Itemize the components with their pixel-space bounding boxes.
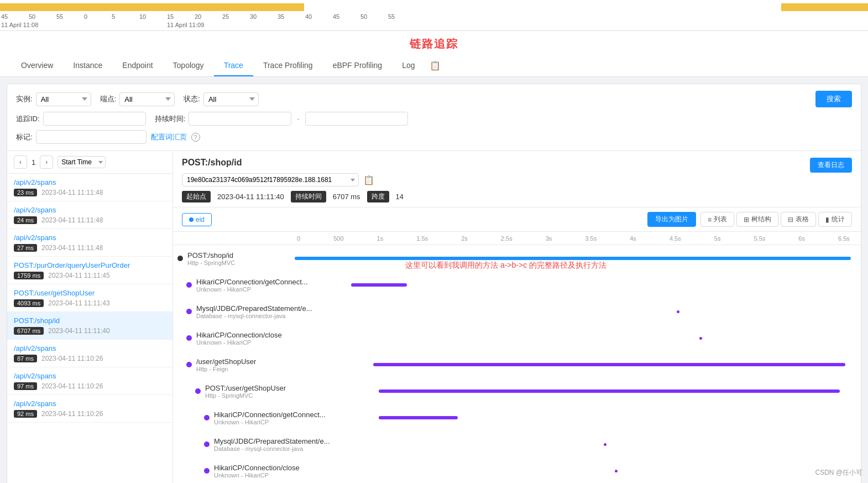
span-dot-0 (177, 256, 183, 261)
trace-item-2[interactable]: /api/v2/spans 27 ms 2023-04-11 11:11:48 (7, 229, 172, 257)
ruler-ticks: 0 500 1s 1.5s 2s 2.5s 3s 3.5s 4s 4.5s 5s… (295, 235, 852, 242)
trace-item-4[interactable]: POST:/user/getShopUser 4093 ms 2023-04-1… (7, 284, 172, 312)
tab-ebpf-profiling[interactable]: eBPF Profiling (323, 55, 392, 76)
eid-button[interactable]: eid (182, 213, 212, 226)
span-row-5[interactable]: POST:/user/getShopUser Http - SpringMVC (173, 378, 861, 404)
tick-45b: 45 (332, 13, 359, 20)
tab-trace[interactable]: Trace (214, 55, 253, 76)
span-info-1: HikariCP/Connection/getConnect... Unknow… (196, 278, 308, 293)
trace-id-select[interactable]: 19e80ca231374c069a9512f17895928e.188.168… (182, 173, 359, 186)
traceid-input[interactable] (43, 112, 146, 126)
table-icon: ⊟ (788, 216, 793, 224)
span-row-3[interactable]: HikariCP/Connection/close Unknown - Hika… (173, 325, 861, 351)
timeline-dates: 11 April 11:08 11 April 11:09 (0, 21, 868, 30)
sort-select[interactable]: Start Time (57, 156, 106, 168)
span-row-0[interactable]: POST:/shop/id Http - SpringMVC (173, 245, 861, 272)
trace-item-0[interactable]: /api/v2/spans 23 ms 2023-04-11 11:11:48 (7, 174, 172, 201)
span-row-1[interactable]: HikariCP/Connection/getConnect... Unknow… (173, 272, 861, 298)
instance-select[interactable]: All (36, 92, 91, 106)
timeline-numbers: 45 50 55 0 5 10 15 20 25 30 35 40 45 50 … (0, 12, 868, 21)
status-label: 状态: (184, 94, 200, 104)
trace-item-8[interactable]: /api/v2/spans 92 ms 2023-04-11 11:10:26 (7, 395, 172, 423)
tag-input[interactable] (36, 130, 147, 144)
view-table-button[interactable]: ⊟ 表格 (781, 212, 816, 227)
instance-label: 实例: (16, 94, 33, 104)
config-link[interactable]: 配置词汇页 (151, 132, 187, 142)
date1: 11 April 11:08 (0, 22, 166, 28)
duration-label: 持续时间 (291, 191, 326, 202)
trace-item-6[interactable]: /api/v2/spans 87 ms 2023-04-11 11:10:26 (7, 340, 172, 367)
trace-badge-3: 1759 ms (14, 272, 44, 279)
span-info-8: HikariCP/Connection/close Unknown - Hika… (214, 464, 300, 479)
view-buttons: ≡ 列表 ⊞ 树结构 ⊟ 表格 ▮ 统计 (700, 212, 852, 227)
trace-item-name-7: /api/v2/spans (14, 372, 166, 380)
trace-item-meta-8: 92 ms 2023-04-11 11:10:26 (14, 410, 166, 418)
span-dot-6 (204, 415, 210, 420)
endpoint-field: 端点: All (100, 92, 175, 106)
span-row-4[interactable]: /user/getShopUser Http - Feign (173, 351, 861, 378)
trace-time-0: 2023-04-11 11:11:48 (41, 189, 103, 196)
span-row-8[interactable]: HikariCP/Connection/close Unknown - Hika… (173, 458, 861, 483)
span-row-7[interactable]: Mysql/JDBC/PreparedStatement/e... Databa… (173, 431, 861, 458)
span-label-5: POST:/user/getShopUser Http - SpringMVC (173, 384, 295, 399)
duration-max-input[interactable] (305, 112, 408, 126)
main-content: 实例: All 端点: All 状态: All 搜索 追踪I (7, 84, 861, 483)
trace-badge-7: 97 ms (14, 382, 37, 390)
view-list-button[interactable]: ≡ 列表 (700, 212, 734, 227)
tab-instance[interactable]: Instance (63, 55, 112, 76)
trace-item-name-1: /api/v2/spans (14, 206, 166, 214)
span-timeline-1 (295, 274, 856, 295)
tick-0: 0 (83, 13, 111, 20)
span-row-2[interactable]: Mysql/JDBC/PreparedStatement/e... Databa… (173, 298, 861, 325)
span-type-3: Unknown - HikariCP (196, 339, 282, 346)
span-dot-8 (204, 468, 210, 474)
log-button[interactable]: 查看日志 (810, 158, 852, 173)
trace-time-8: 2023-04-11 11:10:26 (41, 410, 103, 418)
status-select[interactable]: All (203, 92, 259, 106)
ruler-tick-4.5s: 4.5s (670, 235, 681, 242)
span-name-4: /user/getShopUser (196, 357, 256, 366)
ruler-tick-1s: 1s (377, 235, 384, 242)
endpoint-select[interactable]: All (119, 92, 175, 106)
tick-50b: 50 (359, 13, 387, 20)
copy-icon[interactable]: 📋 (363, 175, 374, 185)
span-dot-7 (204, 442, 210, 447)
trace-badge-4: 4093 ms (14, 299, 44, 307)
trace-item-1[interactable]: /api/v2/spans 24 ms 2023-04-11 11:11:48 (7, 201, 172, 229)
tree-label: 树结构 (751, 215, 771, 224)
span-timeline-3 (295, 328, 856, 349)
ruler-tick-6s: 6s (798, 235, 805, 242)
help-icon[interactable]: ? (191, 133, 200, 142)
search-button[interactable]: 搜索 (815, 91, 852, 107)
view-tree-button[interactable]: ⊞ 树结构 (736, 212, 778, 227)
export-button[interactable]: 导出为图片 (647, 212, 696, 227)
span-row-6[interactable]: HikariCP/Connection/getConnect... Unknow… (173, 404, 861, 431)
trace-item-7[interactable]: /api/v2/spans 97 ms 2023-04-11 11:10:26 (7, 367, 172, 395)
trace-item-meta-7: 97 ms 2023-04-11 11:10:26 (14, 382, 166, 390)
timeline-bar-row (0, 2, 868, 12)
tab-topology[interactable]: Topology (163, 55, 214, 76)
tab-log[interactable]: Log (392, 55, 425, 76)
ruler-tick-5s: 5s (714, 235, 721, 242)
span-type-0: Http - SpringMVC (187, 259, 235, 266)
duration-min-input[interactable] (189, 112, 291, 126)
tab-endpoint[interactable]: Endpoint (112, 55, 163, 76)
trace-item-5[interactable]: POST:/shop/id 6707 ms 2023-04-11 11:11:4… (7, 312, 172, 340)
span-name-5: POST:/user/getShopUser (205, 384, 286, 392)
tab-trace-profiling[interactable]: Trace Profiling (253, 55, 323, 76)
duration-label: 持续时间: (155, 114, 186, 124)
prev-page-button[interactable]: ‹ (14, 155, 27, 169)
tag-field: 标记: (16, 130, 147, 144)
endpoint-label: 端点: (100, 94, 117, 104)
trace-list: /api/v2/spans 23 ms 2023-04-11 11:11:48 … (7, 174, 172, 483)
trace-item-3[interactable]: POST:/purOrder/queryUserPurOrder 1759 ms… (7, 257, 172, 284)
tab-overview[interactable]: Overview (11, 55, 63, 76)
note-icon[interactable]: 📋 (425, 55, 445, 76)
span-info-4: /user/getShopUser Http - Feign (196, 357, 256, 372)
next-page-button[interactable]: › (40, 155, 53, 169)
view-stats-button[interactable]: ▮ 统计 (818, 212, 852, 227)
left-panel: ‹ 1 › Start Time /api/v2/spans 23 ms 202… (7, 151, 173, 483)
span-value: 14 (396, 193, 404, 201)
span-label: 跨度 (367, 191, 389, 202)
span-name-0: POST:/shop/id (187, 251, 235, 259)
